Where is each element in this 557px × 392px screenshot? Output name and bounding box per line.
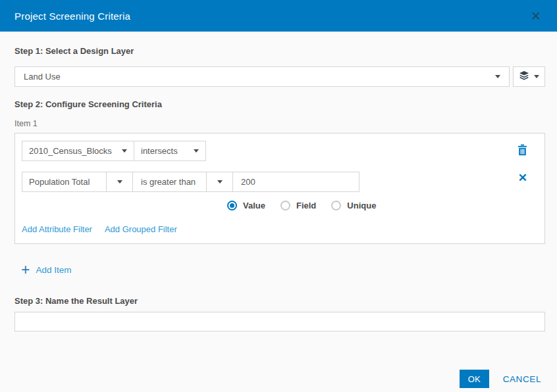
- attribute-field-caret-button[interactable]: [106, 172, 132, 191]
- filter-links-row: Add Attribute Filter Add Grouped Filter: [22, 224, 538, 234]
- design-layer-select-value: Land Use: [24, 72, 61, 82]
- project-screening-criteria-dialog: Project Screening Criteria ✕ Step 1: Sel…: [0, 0, 557, 392]
- chevron-down-icon: [117, 180, 122, 184]
- filter-value-cell: [232, 172, 359, 191]
- condition-operator-value: is greater than: [141, 177, 196, 187]
- radio-field[interactable]: Field: [280, 201, 316, 210]
- delete-item-button[interactable]: [517, 144, 528, 159]
- radio-unique[interactable]: Unique: [331, 201, 376, 210]
- radio-value-label: Value: [243, 201, 265, 210]
- cancel-button[interactable]: CANCEL: [503, 374, 541, 384]
- step1-label: Step 1: Select a Design Layer: [14, 46, 545, 56]
- radio-value[interactable]: Value: [227, 201, 265, 210]
- layers-icon: [519, 71, 529, 83]
- dialog-title: Project Screening Criteria: [14, 11, 130, 22]
- radio-button-icon: [227, 201, 237, 210]
- dialog-content: Step 1: Select a Design Layer Land Use S…: [0, 46, 557, 388]
- add-grouped-filter-link[interactable]: Add Grouped Filter: [105, 224, 177, 234]
- dialog-footer: OK CANCEL: [14, 370, 545, 388]
- chevron-down-icon: [534, 75, 539, 78]
- plus-icon: +: [21, 264, 30, 276]
- add-attribute-filter-link[interactable]: Add Attribute Filter: [22, 224, 92, 234]
- condition-operator-select[interactable]: is greater than: [132, 172, 206, 191]
- spatial-operator-select[interactable]: intersects: [134, 141, 205, 160]
- radio-unique-label: Unique: [347, 201, 376, 210]
- step3-label: Step 3: Name the Result Layer: [14, 296, 545, 306]
- layers-dropdown-button[interactable]: [513, 66, 545, 87]
- step2-label: Step 2: Configure Screening Criteria: [14, 99, 545, 109]
- add-item-button[interactable]: + Add Item: [21, 264, 71, 276]
- radio-field-label: Field: [296, 201, 316, 210]
- design-layer-select[interactable]: Land Use: [14, 66, 510, 87]
- chevron-down-icon: [495, 75, 500, 78]
- attribute-field-select[interactable]: Population Total: [22, 172, 106, 191]
- chevron-down-icon: [217, 180, 223, 184]
- condition-operator-caret-button[interactable]: [206, 172, 232, 191]
- screening-layer-operator-group: 2010_Census_Blocks intersects: [22, 141, 206, 161]
- close-x-icon: ✕: [518, 172, 527, 184]
- screening-item-card: 2010_Census_Blocks intersects: [14, 133, 545, 244]
- attribute-field-value: Population Total: [29, 177, 90, 187]
- design-layer-row: Land Use: [14, 66, 545, 87]
- spatial-operator-value: intersects: [141, 146, 178, 156]
- result-layer-name-input[interactable]: [14, 312, 545, 331]
- add-item-label: Add Item: [36, 265, 71, 275]
- trash-icon: [517, 147, 528, 158]
- value-type-radio-group: Value Field Unique: [227, 201, 538, 210]
- remove-filter-button[interactable]: ✕: [518, 172, 527, 184]
- radio-button-icon: [331, 201, 341, 210]
- chevron-down-icon: [122, 149, 127, 153]
- screening-layer-select[interactable]: 2010_Census_Blocks: [22, 141, 134, 160]
- dialog-header: Project Screening Criteria ✕: [0, 0, 557, 32]
- close-icon[interactable]: ✕: [528, 9, 544, 24]
- chevron-down-icon: [194, 149, 199, 153]
- filter-value-input[interactable]: [233, 172, 359, 191]
- ok-button[interactable]: OK: [460, 370, 489, 388]
- radio-button-icon: [280, 201, 290, 210]
- item-label: Item 1: [14, 119, 545, 128]
- attribute-filter-group: Population Total is greater than: [22, 172, 359, 192]
- screening-layer-value: 2010_Census_Blocks: [29, 146, 112, 156]
